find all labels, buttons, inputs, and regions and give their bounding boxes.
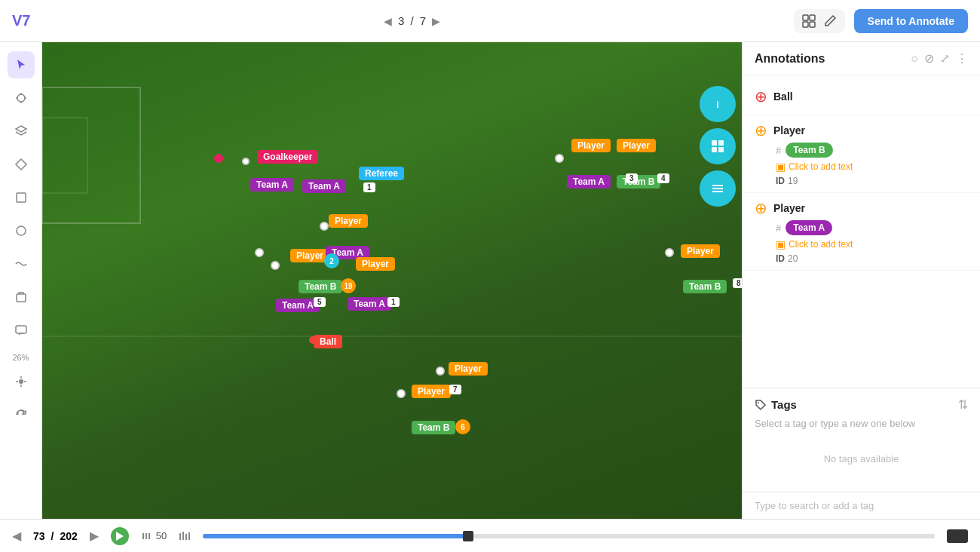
svg-rect-10 xyxy=(17,193,26,202)
sidebar-wave-tool[interactable] xyxy=(8,250,35,278)
svg-rect-16 xyxy=(42,118,87,193)
current-frame: 3 xyxy=(398,14,404,27)
sidebar-square-tool[interactable] xyxy=(8,184,35,211)
canvas-area[interactable]: Goalkeeper Referee 1 Team A Team A Playe… xyxy=(42,42,742,519)
svg-rect-22 xyxy=(712,147,717,152)
next-frame-btn-bottom[interactable]: ▶ xyxy=(90,529,99,543)
svg-rect-2 xyxy=(803,22,808,27)
tags-title: Tags xyxy=(755,398,797,411)
add-text-icon-2: ▣ xyxy=(776,238,786,250)
sidebar-arrow-tool[interactable] xyxy=(8,51,35,78)
annotation-player-2: ⊕ Player # Team A ▣ Click to add text ID… xyxy=(743,193,980,271)
right-panel: Annotations ○ ⊘ ⤢ ⋮ ⊕ Ball ⊕ Player xyxy=(742,42,980,519)
logo: V7 xyxy=(12,12,30,29)
no-tags-message: No tags available xyxy=(755,435,968,483)
tags-placeholder: Select a tag or type a new one below xyxy=(755,418,968,429)
grid-icon[interactable] xyxy=(801,14,816,29)
send-to-annotate-button[interactable]: Send to Annotate xyxy=(854,9,968,33)
annotation-player-1: ⊕ Player # Team B ▣ Click to add text ID… xyxy=(743,115,980,193)
player2-add-text[interactable]: ▣ Click to add text xyxy=(776,238,968,250)
player2-tag-row: # Team A xyxy=(776,220,968,235)
tags-header: Tags ⇅ xyxy=(755,397,968,412)
player2-team-tag[interactable]: Team A xyxy=(786,220,832,235)
svg-text:i: i xyxy=(716,100,718,110)
tool-icons xyxy=(794,9,845,33)
svg-rect-33 xyxy=(182,532,184,540)
tag-search-input[interactable] xyxy=(743,492,980,519)
sidebar-move-tool[interactable] xyxy=(8,368,35,395)
expand-icon[interactable]: ⤢ xyxy=(940,51,950,66)
timeline-thumb[interactable] xyxy=(463,531,473,541)
sidebar-box-tool[interactable] xyxy=(8,284,35,311)
svg-rect-35 xyxy=(188,532,190,540)
svg-rect-21 xyxy=(718,140,724,146)
referee-badge: 1 xyxy=(363,182,375,192)
player1-add-text-label: Click to add text xyxy=(789,161,853,172)
slash-icon[interactable]: ⊘ xyxy=(924,51,934,66)
info-button[interactable]: i xyxy=(700,86,736,122)
player1-id-row: ID 19 xyxy=(776,176,968,186)
next-frame-btn[interactable]: ▶ xyxy=(432,15,440,27)
total-frames: 7 xyxy=(420,14,426,27)
sidebar-circle-tool[interactable] xyxy=(8,217,35,244)
grid-view-button[interactable] xyxy=(700,128,736,164)
panel-title: Annotations xyxy=(755,52,825,66)
annotation-ball-header: ⊕ Ball xyxy=(755,87,968,106)
hash-icon-2: # xyxy=(776,222,781,234)
annotation-ball: ⊕ Ball xyxy=(743,81,980,115)
list-view-button[interactable] xyxy=(700,170,736,207)
circle-icon[interactable]: ○ xyxy=(911,52,918,66)
team-a-number-badge: 5 xyxy=(314,297,326,307)
id-label-2: ID xyxy=(776,253,785,264)
team-b-number-bot: 6 xyxy=(455,419,470,434)
speed-control: 50 xyxy=(141,530,167,542)
svg-marker-9 xyxy=(16,159,26,170)
svg-rect-32 xyxy=(179,533,181,540)
prev-frame-btn[interactable]: ◀ xyxy=(384,15,392,27)
sidebar-refresh-tool[interactable] xyxy=(8,401,35,428)
svg-marker-28 xyxy=(116,532,124,541)
timeline-bar[interactable] xyxy=(203,534,935,538)
player-dot-tr xyxy=(555,154,564,163)
panel-actions: ○ ⊘ ⤢ ⋮ xyxy=(911,51,968,66)
sidebar-layers-tool[interactable] xyxy=(8,118,35,145)
prev-frame-btn-bottom[interactable]: ◀ xyxy=(12,529,21,543)
player2-add-text-label: Click to add text xyxy=(789,239,853,250)
svg-rect-0 xyxy=(803,15,808,20)
player1-name: Player xyxy=(773,124,805,136)
edit-icon[interactable] xyxy=(822,14,838,29)
svg-rect-12 xyxy=(17,294,26,302)
sidebar-crosshair-tool[interactable] xyxy=(8,84,35,112)
player-dot-bot1 xyxy=(436,366,445,376)
svg-rect-29 xyxy=(142,533,144,539)
svg-rect-30 xyxy=(145,533,147,539)
total-frames-bottom: 202 xyxy=(60,530,77,542)
player-dot-mid1 xyxy=(320,222,329,231)
bars-icon xyxy=(179,530,191,542)
team-b-badge-tr2: 3 xyxy=(626,173,638,183)
tags-sort-button[interactable]: ⇅ xyxy=(958,397,968,412)
player-dot-bot2 xyxy=(397,389,406,398)
player1-team-tag[interactable]: Team B xyxy=(786,143,832,158)
team-b-number-right: 8 xyxy=(733,278,742,288)
player1-add-text[interactable]: ▣ Click to add text xyxy=(776,161,968,173)
svg-rect-3 xyxy=(810,22,815,27)
zoom-level: 26% xyxy=(12,353,29,362)
more-options-icon[interactable]: ⋮ xyxy=(956,51,968,66)
left-sidebar: 26% xyxy=(0,42,42,519)
main-area: 26% Goalkeeper Referee 1 Team A Team A xyxy=(0,42,980,519)
sidebar-chat-tool[interactable] xyxy=(8,317,35,344)
svg-point-14 xyxy=(19,379,23,384)
player-dot-mid2 xyxy=(255,248,264,257)
canvas-action-buttons: i xyxy=(694,80,742,213)
tags-section: Tags ⇅ Select a tag or type a new one be… xyxy=(743,388,980,492)
timeline-fill xyxy=(203,534,466,538)
play-button[interactable] xyxy=(111,527,129,545)
sidebar-diamond-tool[interactable] xyxy=(8,151,35,178)
frame-nav: 73 / 202 xyxy=(33,530,78,542)
id-label-1: ID xyxy=(776,176,785,186)
player2-id-row: ID 20 xyxy=(776,253,968,264)
svg-rect-31 xyxy=(149,533,150,539)
annotation-player1-header: ⊕ Player xyxy=(755,121,968,140)
ball-icon: ⊕ xyxy=(755,87,767,106)
